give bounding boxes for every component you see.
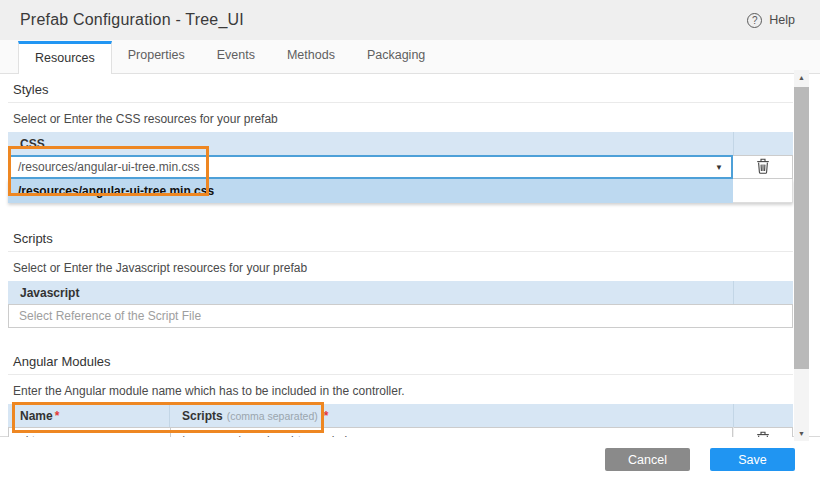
- prefab-configuration-dialog: Prefab Configuration - Tree_UI ? Help Re…: [0, 0, 820, 489]
- angular-modules-description: Enter the Angular module name which has …: [13, 384, 793, 398]
- chevron-down-icon: ▼: [715, 163, 723, 172]
- scripts-column-hint: (comma separated): [227, 410, 318, 422]
- tab-properties[interactable]: Properties: [112, 40, 201, 73]
- css-table: CSS /resources/angular-ui-tree.min.css ▼: [8, 132, 793, 203]
- css-dropdown-list: /resources/angular-ui-tree.min.css: [8, 179, 793, 203]
- css-dropdown-option-side: [733, 179, 793, 203]
- css-resource-select[interactable]: /resources/angular-ui-tree.min.css ▼: [8, 155, 733, 179]
- name-column-header: Name*: [8, 404, 170, 427]
- name-column-label: Name: [20, 409, 53, 423]
- scripts-column-label: Scripts: [182, 409, 223, 423]
- scrollbar-thumb[interactable]: [794, 87, 809, 369]
- required-marker: *: [324, 409, 329, 423]
- page-title: Prefab Configuration - Tree_UI: [20, 11, 244, 29]
- css-select-value: /resources/angular-ui-tree.min.css: [18, 160, 199, 174]
- save-button[interactable]: Save: [710, 448, 795, 471]
- css-dropdown-option[interactable]: /resources/angular-ui-tree.min.css: [8, 179, 733, 203]
- help-link[interactable]: ? Help: [747, 13, 795, 28]
- scrollbar-down-arrow-icon[interactable]: ▼: [794, 426, 809, 441]
- css-table-header: CSS: [8, 132, 793, 155]
- css-action-column-header: [733, 132, 793, 155]
- tab-resources[interactable]: Resources: [18, 41, 112, 74]
- help-label: Help: [769, 13, 795, 27]
- cancel-button[interactable]: Cancel: [605, 448, 690, 471]
- javascript-resource-input[interactable]: [8, 304, 793, 328]
- vertical-scrollbar: ▲ ▼: [794, 70, 809, 441]
- scripts-description: Select or Enter the Javascript resources…: [13, 261, 793, 275]
- javascript-resource-cell: [8, 304, 793, 328]
- tab-methods[interactable]: Methods: [271, 40, 351, 73]
- resources-panel: Styles Select or Enter the CSS resources…: [0, 75, 820, 437]
- question-circle-icon: ?: [747, 13, 762, 28]
- tab-packaging[interactable]: Packaging: [351, 40, 441, 73]
- dialog-footer: Cancel Save: [0, 437, 820, 489]
- javascript-table: Javascript: [8, 281, 793, 328]
- tab-events[interactable]: Events: [201, 40, 271, 73]
- javascript-resource-row: [8, 304, 793, 328]
- styles-description: Select or Enter the CSS resources for yo…: [13, 112, 793, 126]
- scripts-heading: Scripts: [8, 224, 793, 252]
- angular-modules-heading: Angular Modules: [8, 347, 793, 375]
- styles-heading: Styles: [8, 75, 793, 103]
- css-delete-button[interactable]: [733, 155, 793, 179]
- modules-action-column-header: [733, 404, 793, 427]
- titlebar: Prefab Configuration - Tree_UI ? Help: [0, 0, 820, 40]
- javascript-table-header: Javascript: [8, 281, 793, 304]
- javascript-action-column-header: [733, 281, 793, 304]
- scrollbar-up-arrow-icon[interactable]: ▲: [794, 70, 809, 85]
- css-column-header: CSS: [8, 137, 733, 151]
- required-marker: *: [55, 409, 60, 423]
- tab-bar: Resources Properties Events Methods Pack…: [0, 40, 820, 74]
- css-resource-row: /resources/angular-ui-tree.min.css ▼: [8, 155, 793, 179]
- javascript-column-header: Javascript: [8, 286, 733, 300]
- scripts-column-header: Scripts (comma separated) *: [170, 409, 733, 423]
- trash-icon: [754, 156, 772, 179]
- angular-modules-table-header: Name* Scripts (comma separated) *: [8, 404, 793, 427]
